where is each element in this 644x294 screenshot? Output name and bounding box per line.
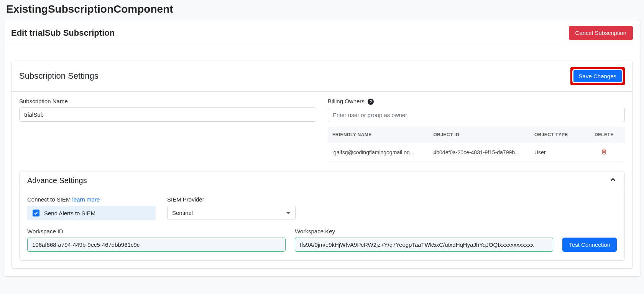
workspace-id-label: Workspace ID [27, 228, 286, 235]
subscription-name-label: Subscription Name [19, 98, 316, 104]
table-row: igalfsg@codingflamingogmail.on... 4b0def… [328, 143, 625, 162]
test-connection-button[interactable]: Test Connection [562, 238, 617, 252]
advance-settings-panel: Advance Settings Connect to SIEM learn m… [19, 172, 625, 261]
send-alerts-checkbox[interactable] [33, 210, 39, 216]
component-heading: ExistingSubscriptionComponent [6, 3, 641, 15]
edit-subscription-title: Edit trialSub Subscription [11, 28, 115, 38]
save-changes-button[interactable]: Save Changes [572, 69, 623, 84]
subscription-settings-title: Subscription Settings [19, 71, 99, 81]
edit-subscription-panel: Edit trialSub Subscription Cancel Subscr… [3, 20, 641, 277]
workspace-key-label: Workspace Key [295, 228, 553, 235]
siem-provider-select[interactable]: Sentinel [167, 206, 296, 220]
subscription-name-input[interactable] [19, 107, 316, 122]
chevron-up-icon [609, 176, 617, 185]
help-icon[interactable]: ? [368, 99, 374, 105]
billing-owners-label: Billing Owners ? [328, 98, 625, 105]
save-changes-highlight: Save Changes [570, 67, 625, 86]
trash-icon[interactable] [601, 149, 607, 156]
workspace-key-input[interactable] [295, 238, 553, 252]
owners-col-id: OBJECT ID [429, 127, 530, 143]
billing-owners-label-text: Billing Owners [328, 98, 365, 104]
send-alerts-checkbox-row: Send Alerts to SIEM [27, 206, 156, 220]
owners-col-type: OBJECT TYPE [530, 127, 583, 143]
owners-col-delete: DELETE [583, 127, 625, 143]
owners-col-name: FRIENDLY NAME [328, 127, 429, 143]
advance-settings-title: Advance Settings [27, 176, 87, 185]
learn-more-link[interactable]: learn more [72, 196, 100, 203]
owner-object-type: User [530, 143, 583, 162]
connect-to-siem-label: Connect to SIEM learn more [27, 196, 156, 203]
billing-owners-input[interactable] [328, 108, 625, 122]
owner-friendly-name: igalfsg@codingflamingogmail.on... [328, 143, 429, 162]
owner-object-id: 4b0def0a-20ce-4831-9f15-da799b... [429, 143, 530, 162]
workspace-id-input[interactable] [27, 238, 286, 252]
cancel-subscription-button[interactable]: Cancel Subscription [569, 26, 633, 40]
siem-provider-label: SIEM Provider [167, 196, 296, 203]
connect-to-siem-text: Connect to SIEM [27, 196, 72, 203]
advance-settings-toggle[interactable]: Advance Settings [20, 172, 624, 189]
send-alerts-label: Send Alerts to SIEM [44, 210, 95, 216]
billing-owners-table: FRIENDLY NAME OBJECT ID OBJECT TYPE DELE… [328, 127, 625, 162]
subscription-settings-panel: Subscription Settings Save Changes Subsc… [11, 61, 633, 269]
